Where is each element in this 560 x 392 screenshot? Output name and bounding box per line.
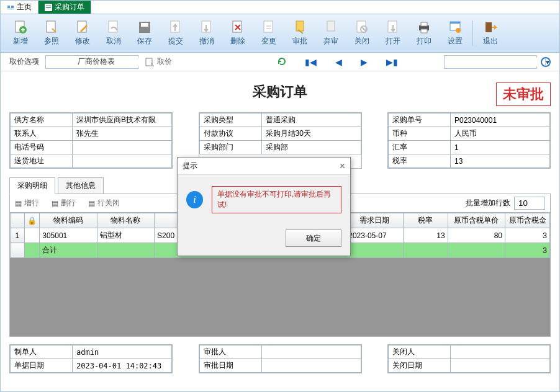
- reference-icon: [44, 20, 59, 35]
- cell-amount[interactable]: 3: [505, 228, 550, 243]
- refresh-icon[interactable]: [278, 57, 286, 67]
- cell-reqdate[interactable]: 2023-05-07: [346, 228, 403, 243]
- reference-button[interactable]: 参照: [37, 17, 66, 50]
- col-code[interactable]: 物料编码: [40, 213, 97, 228]
- nav-first-icon[interactable]: ▮◀: [305, 57, 317, 67]
- order-no-value[interactable]: P023040001: [451, 114, 550, 127]
- lock-icon: 🔒: [24, 213, 40, 228]
- col-unitprice[interactable]: 原币含税单价: [448, 213, 505, 228]
- svg-rect-17: [296, 21, 304, 31]
- col-name[interactable]: 物料名称: [97, 213, 154, 228]
- batch-add-input[interactable]: [514, 197, 545, 210]
- tab-purchase-order[interactable]: 采购订单: [38, 1, 91, 14]
- submit-button[interactable]: 提交: [161, 17, 191, 50]
- address-value[interactable]: [73, 154, 172, 168]
- pricing-option-label: 取价选项: [9, 56, 39, 67]
- approver-form: 审批人 审批日期: [199, 344, 362, 373]
- svg-rect-12: [141, 23, 148, 27]
- dept-label: 采购部门: [199, 141, 261, 154]
- search-box: ▾: [444, 55, 551, 69]
- cell-name[interactable]: 铝型材: [97, 228, 154, 243]
- supplier-name-label: 供方名称: [11, 114, 73, 127]
- close-row-button[interactable]: ▤行关闭: [88, 198, 120, 208]
- get-price-button[interactable]: 取价: [145, 56, 172, 67]
- exit-button[interactable]: 退出: [476, 17, 505, 50]
- nav-next-icon[interactable]: ▶: [361, 57, 368, 67]
- tab-home-label: 主页: [17, 2, 32, 12]
- closer-label: 关闭人: [389, 345, 451, 359]
- new-icon: [13, 20, 28, 35]
- alert-dialog: 提示 × i 单据没有审批不可打印,请审批后再试! 确定: [177, 157, 351, 256]
- close-button[interactable]: 关闭: [347, 17, 377, 50]
- cell-code[interactable]: 305001: [40, 228, 97, 243]
- closer-form: 关闭人 关闭日期: [387, 344, 551, 373]
- cell-taxrate[interactable]: 13: [403, 228, 448, 243]
- address-label: 送货地址: [11, 154, 73, 168]
- search-input[interactable]: [445, 58, 545, 66]
- cell-unitprice[interactable]: 80: [448, 228, 505, 243]
- phone-value[interactable]: [73, 141, 172, 154]
- exit-icon: [483, 20, 498, 35]
- nav-last-icon[interactable]: ▶▮: [386, 57, 398, 67]
- dept-value[interactable]: 采购部: [261, 141, 361, 154]
- nav-prev-icon[interactable]: ◀: [335, 57, 342, 67]
- order-no-label: 采购单号: [389, 114, 451, 127]
- tax-value[interactable]: 13: [451, 154, 550, 168]
- row-number: 1: [11, 228, 25, 243]
- document-title: 采购订单: [253, 84, 307, 99]
- filter-bar: 取价选项 ▾ 取价 ▮◀ ◀ ▶ ▶▮ ▾: [1, 53, 559, 71]
- del-row-button[interactable]: ▤删行: [52, 198, 76, 208]
- record-nav: ▮◀ ◀ ▶ ▶▮: [278, 57, 398, 67]
- cancel-button[interactable]: 取消: [99, 17, 129, 50]
- maker-form: 制单人admin 单据日期2023-04-01 14:02:43: [9, 344, 173, 373]
- dialog-titlebar[interactable]: 提示 ×: [178, 158, 350, 175]
- pricing-option-combo[interactable]: ▾: [45, 55, 138, 69]
- abandon-button[interactable]: 弃审: [316, 17, 346, 50]
- setting-button[interactable]: 设置: [440, 17, 470, 50]
- rate-value[interactable]: 1: [451, 141, 550, 154]
- main-toolbar: 新增 参照 修改 取消 保存 提交 撤消 删除 变更 审批 弃审 关闭 打开 打…: [1, 14, 559, 53]
- approvedate-label: 审批日期: [199, 359, 261, 373]
- search-combo[interactable]: ▾: [444, 55, 537, 69]
- currency-value[interactable]: 人民币: [451, 127, 550, 141]
- closer-value: [451, 345, 550, 359]
- col-reqdate[interactable]: 需求日期: [346, 213, 403, 228]
- close-icon[interactable]: ×: [340, 161, 345, 172]
- new-button[interactable]: 新增: [6, 17, 35, 50]
- closedate-value: [451, 359, 550, 373]
- search-icon[interactable]: [541, 57, 551, 67]
- info-icon: i: [186, 191, 203, 208]
- svg-rect-23: [421, 22, 427, 26]
- submit-icon: [168, 20, 183, 35]
- purchase-type-value[interactable]: 普通采购: [261, 114, 361, 127]
- svg-point-27: [456, 28, 461, 33]
- svg-rect-24: [421, 29, 427, 33]
- tab-home[interactable]: 主页: [1, 1, 38, 14]
- save-button[interactable]: 保存: [130, 17, 160, 50]
- col-taxrate[interactable]: 税率: [403, 213, 448, 228]
- change-button[interactable]: 变更: [254, 17, 284, 50]
- ok-button[interactable]: 确定: [286, 229, 341, 247]
- revoke-icon: [199, 20, 214, 35]
- supplier-name-value[interactable]: 深圳市供应商B技术有限: [73, 114, 172, 127]
- add-row-button[interactable]: ▤增行: [15, 198, 39, 208]
- svg-rect-26: [450, 22, 460, 24]
- footer-forms: 制单人admin 单据日期2023-04-01 14:02:43 审批人 审批日…: [9, 344, 551, 373]
- open-button[interactable]: 打开: [378, 17, 408, 50]
- revoke-button[interactable]: 撤消: [192, 17, 222, 50]
- col-amount[interactable]: 原币含税金: [505, 213, 550, 228]
- approve-button[interactable]: 审批: [285, 17, 315, 50]
- docdate-value: 2023-04-01 14:02:43: [73, 359, 172, 373]
- pricing-option-input[interactable]: [46, 58, 147, 66]
- print-button[interactable]: 打印: [409, 17, 439, 50]
- svg-rect-18: [327, 21, 335, 31]
- svg-rect-5: [46, 7, 51, 8]
- maker-value: admin: [73, 345, 172, 359]
- contact-value[interactable]: 张先生: [73, 127, 172, 141]
- maker-label: 制单人: [11, 345, 73, 359]
- delete-button[interactable]: 删除: [223, 17, 253, 50]
- tab-other[interactable]: 其他信息: [58, 177, 104, 194]
- payment-value[interactable]: 采购月结30天: [261, 127, 361, 141]
- edit-button[interactable]: 修改: [68, 17, 97, 50]
- tab-detail[interactable]: 采购明细: [9, 177, 55, 194]
